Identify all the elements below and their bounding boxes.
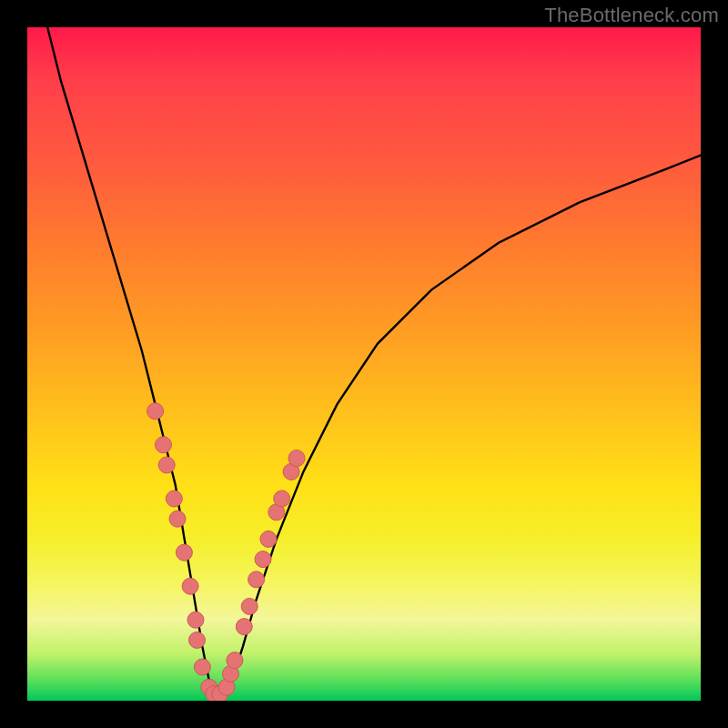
chart-svg — [27, 27, 701, 701]
bottleneck-curve — [47, 27, 701, 697]
highlight-dot — [288, 450, 305, 467]
highlight-dot — [169, 511, 186, 527]
highlight-dot — [158, 457, 175, 473]
highlight-dot — [194, 659, 210, 675]
highlight-dot — [241, 598, 258, 614]
watermark-text: TheBottleneck.com — [544, 4, 719, 27]
highlight-dot — [147, 403, 164, 420]
highlight-dot — [182, 578, 198, 594]
highlight-dot — [274, 490, 290, 507]
highlight-dot — [188, 632, 205, 648]
highlight-dot — [255, 551, 271, 568]
highlight-dot — [227, 652, 243, 669]
highlight-dot — [260, 531, 277, 547]
highlight-dot — [187, 612, 204, 628]
highlight-dots — [147, 403, 305, 701]
chart-frame: TheBottleneck.com — [0, 0, 728, 728]
highlight-dot — [155, 437, 171, 453]
chart-plot-area — [27, 27, 701, 701]
highlight-dot — [248, 571, 265, 588]
highlight-dot — [176, 544, 192, 561]
highlight-dot — [236, 619, 252, 635]
highlight-dot — [166, 490, 182, 507]
